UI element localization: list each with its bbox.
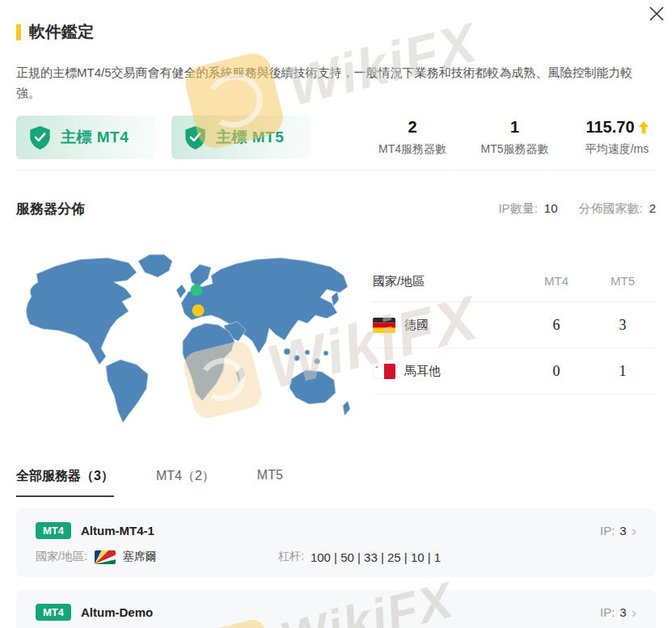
leverage-label: 杠杆:	[278, 550, 304, 564]
malta-flag-icon	[373, 364, 395, 379]
col-mt5-header: MT5	[590, 274, 656, 289]
chevron-right-icon: ›	[632, 605, 636, 620]
distribution-title: 服務器分佈	[16, 200, 85, 218]
map-africa	[183, 323, 235, 401]
mt4-badge-label: 主標 MT4	[61, 127, 129, 148]
chevron-right-icon: ›	[632, 523, 636, 538]
stat-speed-value: 115.70	[578, 118, 656, 137]
section-header-software: 軟件鑑定	[16, 0, 656, 43]
server-stats: 2 MT4服務器數 1 MT5服務器數 115.70 平均速度/ms	[327, 118, 656, 157]
country-name: 德國	[404, 318, 429, 333]
seychelles-flag-icon	[95, 550, 116, 564]
mt4-certified-badge: 主標 MT4	[16, 116, 155, 159]
germany-flag-icon	[373, 318, 395, 333]
leverage-values: 100 | 50 | 33 | 25 | 10 | 1	[311, 550, 441, 564]
distribution-meta: IP數量:10 分佈國家數:2	[498, 201, 656, 217]
stat-mt4-label: MT4服務器數	[374, 142, 451, 157]
map-new-zealand	[343, 401, 350, 415]
server-type-badge: MT4	[36, 522, 71, 539]
mt5-count: 3	[590, 317, 656, 334]
col-country-header: 國家/地區	[373, 274, 523, 289]
stat-mt5-value: 1	[476, 118, 554, 137]
mt4-count: 6	[523, 317, 590, 334]
tab-mt4[interactable]: MT4（2）	[156, 468, 215, 497]
map-south-america	[106, 360, 148, 423]
ip-label: IP:	[600, 524, 615, 537]
section-divider	[16, 170, 656, 171]
server-tabs: 全部服務器（3） MT4（2） MT5	[16, 468, 656, 497]
shield-check-icon	[29, 125, 51, 150]
distribution-header: 服務器分佈 IP數量:10 分佈國家數:2	[16, 200, 656, 218]
map-japan	[332, 292, 339, 306]
page-title: 軟件鑑定	[29, 21, 94, 43]
mt4-count: 0	[523, 363, 590, 380]
tab-mt5[interactable]: MT5	[257, 468, 283, 497]
ip-link[interactable]: IP: 3 ›	[600, 523, 636, 538]
mt5-certified-badge: 主標 MT5	[171, 116, 311, 159]
country-table: 國家/地區 MT4 MT5 德國 6 3	[373, 250, 656, 424]
malta-marker	[192, 305, 205, 317]
stat-mt5-label: MT5服務器數	[476, 142, 554, 157]
stat-mt4-value: 2	[374, 118, 451, 137]
ip-value: 3	[619, 605, 626, 619]
ip-link[interactable]: IP: 3 ›	[600, 605, 636, 620]
table-row-germany: 德國 6 3	[373, 302, 656, 348]
speed-number: 115.70	[585, 118, 634, 137]
stat-mt4-servers: 2 MT4服務器數	[374, 118, 451, 157]
ip-value: 3	[619, 524, 626, 537]
server-name: Altum-Demo	[81, 605, 153, 619]
country-label: 國家/地區:	[36, 550, 87, 564]
ip-label: IP:	[600, 605, 615, 619]
server-type-badge: MT4	[36, 604, 71, 621]
map-australia	[290, 370, 336, 404]
germany-marker	[191, 284, 203, 297]
country-name: 馬耳他	[404, 364, 441, 379]
stat-avg-speed: 115.70 平均速度/ms	[578, 118, 656, 157]
ip-count: IP數量:10	[498, 201, 557, 217]
trend-up-icon	[639, 121, 649, 133]
title-accent-bar	[16, 24, 21, 40]
shield-check-icon	[184, 125, 206, 150]
close-icon[interactable]	[648, 5, 666, 23]
map-north-america	[26, 258, 137, 365]
world-map	[20, 250, 355, 424]
col-mt4-header: MT4	[523, 274, 590, 289]
country-count: 分佈國家數:2	[578, 201, 656, 217]
server-country: 塞席爾	[123, 550, 157, 564]
leverage-info: 杠杆: 100 | 50 | 33 | 25 | 10 | 1	[278, 550, 441, 564]
badge-stats-row: 主標 MT4 主標 MT5 2 MT4服務器數 1 MT5服務器數 115.70	[16, 116, 656, 159]
map-madagascar	[236, 367, 245, 383]
map-uk	[176, 284, 186, 298]
server-name: Altum-MT4-1	[81, 524, 154, 537]
table-row-malta: 馬耳他 0 1	[373, 348, 656, 394]
country-table-header: 國家/地區 MT4 MT5	[373, 274, 656, 302]
server-card-altum-demo: MT4 Altum-Demo IP: 3 ›	[16, 590, 656, 628]
map-scandinavia	[190, 264, 211, 287]
map-greenland	[138, 255, 172, 277]
distribution-body: 國家/地區 MT4 MT5 德國 6 3	[16, 250, 656, 424]
mt5-badge-label: 主標 MT5	[216, 127, 284, 148]
stat-mt5-servers: 1 MT5服務器數	[476, 118, 554, 157]
server-card-altum-mt4-1: MT4 Altum-MT4-1 IP: 3 › 國家/地區: 塞席爾	[16, 508, 656, 577]
tab-all-servers[interactable]: 全部服務器（3）	[16, 468, 114, 497]
stat-speed-label: 平均速度/ms	[578, 142, 656, 157]
software-description: 正規的主標MT4/5交易商會有健全的系統服務與後續技術支持，一般情況下業務和技術…	[16, 62, 656, 103]
mt5-count: 1	[590, 363, 656, 380]
